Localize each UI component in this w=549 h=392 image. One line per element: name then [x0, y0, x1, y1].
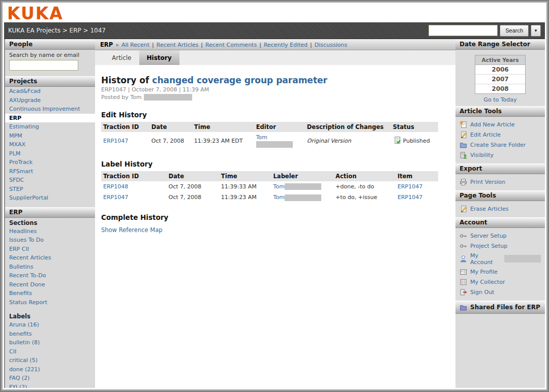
sidebar-section-link[interactable]: ERP CII: [5, 245, 95, 254]
sidebar-project-link[interactable]: Estimating: [5, 122, 95, 132]
search-button[interactable]: Search: [500, 25, 529, 37]
sidebar-project-link[interactable]: MXAX: [5, 140, 95, 149]
my-profile-link[interactable]: My Profile: [455, 267, 545, 277]
shared-folder-icon: [460, 304, 467, 311]
page-tools-header: Page Tools: [455, 190, 545, 201]
sidebar-project-link[interactable]: ProTrack: [5, 158, 95, 167]
column-header: Description of Changes: [305, 122, 391, 132]
sidebar-project-link[interactable]: RFSmart: [5, 167, 95, 176]
redacted-account-name: [504, 255, 541, 263]
sidebar-label-link[interactable]: Aruna (16): [5, 320, 95, 330]
erase-articles-link[interactable]: Erase Articles: [455, 204, 545, 214]
tool-label: My Profile: [470, 269, 498, 275]
context-link[interactable]: Recent Articles: [157, 42, 199, 48]
pipe-separator: |: [152, 42, 154, 48]
sidebar-label-link[interactable]: benefits: [5, 330, 95, 339]
person-cell: Tom: [254, 132, 305, 150]
year-2006[interactable]: 2006: [475, 65, 525, 75]
tab-article[interactable]: Article: [104, 50, 139, 65]
right-sidebar: Date Range Selector Active Years 2006200…: [455, 39, 545, 388]
visibility-link[interactable]: Visibility: [455, 150, 545, 160]
context-link[interactable]: All Recent: [121, 42, 149, 48]
traction-id-link[interactable]: ERP1047: [398, 183, 422, 190]
add-new-article-link[interactable]: Add New Article: [455, 119, 545, 129]
sections-list: HeadlinesIssues To DoERP CIIRecent Artic…: [5, 227, 95, 307]
search-area: Search ▼: [429, 25, 541, 37]
my-collector-link[interactable]: My Collector: [455, 277, 545, 287]
text-cell: Oct 7, 2008: [167, 181, 219, 192]
traction-id-link[interactable]: ERP1048: [103, 183, 128, 190]
article-tools-header: Article Tools: [455, 106, 545, 117]
key-icon: [460, 242, 467, 250]
redacted-name: [285, 194, 321, 201]
labels-label: Labels: [5, 311, 95, 320]
person-link[interactable]: Tom: [256, 134, 267, 141]
sidebar-project-link[interactable]: Acad&Fcad: [5, 87, 95, 96]
go-to-today-link[interactable]: Go to Today: [455, 95, 545, 106]
context-link[interactable]: Recent Comments: [205, 42, 257, 48]
project-setup-link[interactable]: Project Setup: [455, 241, 545, 251]
sidebar-section-link[interactable]: Status Report: [5, 298, 95, 307]
sidebar-section-link[interactable]: Headlines: [5, 227, 95, 236]
year-2007[interactable]: 2007: [475, 75, 525, 84]
sidebar-project-link[interactable]: MPM: [5, 132, 95, 141]
sign-out-icon: [460, 288, 467, 296]
labels-list: Aruna (16)benefitsbulletin (8)CIIcritica…: [5, 320, 95, 388]
top-navigation-bar: KUKA EA Projects > ERP > 1047 Search ▼: [4, 22, 545, 39]
sidebar-label-link[interactable]: FYI (2): [5, 383, 95, 388]
search-dropdown-button[interactable]: ▼: [531, 25, 541, 37]
description-cell: Original Version: [305, 132, 391, 150]
article-title-link[interactable]: changed coverage group parameter: [152, 75, 327, 85]
server-setup-link[interactable]: Server Setup: [455, 231, 545, 241]
edit-article-icon: [460, 131, 467, 139]
person-cell: Tom: [271, 192, 334, 203]
sidebar-project-link[interactable]: ERP: [5, 114, 95, 123]
sidebar-project-link[interactable]: STEP: [5, 185, 95, 194]
shared-files-header[interactable]: Shared Files for ERP: [455, 301, 545, 314]
sidebar-project-link[interactable]: SFDC: [5, 176, 95, 185]
sidebar-section-link[interactable]: Benefits: [5, 289, 95, 298]
logo-band: KUKA: [4, 4, 545, 22]
article-tools-list: Add New ArticleEdit ArticleCreate Share …: [455, 117, 545, 164]
sidebar-project-link[interactable]: SupplierPortal: [5, 193, 95, 203]
edit-article-link[interactable]: Edit Article: [455, 129, 545, 140]
kuka-logo: KUKA: [7, 5, 64, 22]
sidebar-project-link[interactable]: PLM: [5, 149, 95, 158]
traction-id-link[interactable]: ERP1047: [103, 138, 128, 144]
show-reference-map-link[interactable]: Show Reference Map: [101, 226, 163, 234]
context-link[interactable]: Recently Edited: [264, 42, 308, 48]
sign-out-link[interactable]: Sign Out: [455, 287, 545, 297]
sidebar-label-link[interactable]: done (221): [5, 365, 95, 374]
pipe-separator: |: [201, 42, 203, 48]
create-share-folder-link[interactable]: Create Share Folder: [455, 140, 545, 150]
text-cell: Oct 7, 2008: [167, 192, 219, 203]
traction-id-link[interactable]: ERP1047: [398, 194, 422, 201]
traction-id-link[interactable]: ERP1047: [103, 194, 128, 201]
table-row: ERP1048Oct 7, 200811:39:33 AMTom+done, -…: [101, 181, 438, 192]
print-version-link[interactable]: Print Version: [455, 177, 545, 187]
sidebar-section-link[interactable]: Recent Done: [5, 280, 95, 289]
person-link[interactable]: Tom: [273, 183, 285, 190]
sidebar-section-link[interactable]: Issues To Do: [5, 236, 95, 245]
sidebar-label-link[interactable]: FAQ (2): [5, 374, 95, 383]
context-link[interactable]: Discussions: [315, 42, 347, 48]
sidebar-label-link[interactable]: bulletin (8): [5, 338, 95, 347]
year-2008[interactable]: 2008: [475, 84, 525, 93]
text-cell: +to do, +issue: [333, 192, 395, 203]
search-input[interactable]: [429, 25, 498, 36]
sidebar-label-link[interactable]: CII: [5, 347, 95, 356]
sections-label: Sections: [5, 218, 95, 227]
tool-label: Sign Out: [470, 289, 494, 296]
people-search-input[interactable]: [9, 60, 78, 71]
sidebar-project-link[interactable]: AXUpgrade: [5, 96, 95, 105]
sidebar-project-link[interactable]: Continuous Improvement: [5, 105, 95, 114]
collector-icon: [460, 278, 467, 286]
my-account-link[interactable]: My Account: [455, 251, 545, 267]
sidebar-section-link[interactable]: Recent To-Do: [5, 271, 95, 280]
sidebar-section-link[interactable]: Recent Articles: [5, 253, 95, 263]
person-link[interactable]: Tom: [273, 194, 285, 201]
account-header: Account: [455, 217, 545, 228]
sidebar-label-link[interactable]: critical (5): [5, 356, 95, 365]
sidebar-section-link[interactable]: Bulletins: [5, 263, 95, 272]
tab-history[interactable]: History: [139, 50, 179, 65]
